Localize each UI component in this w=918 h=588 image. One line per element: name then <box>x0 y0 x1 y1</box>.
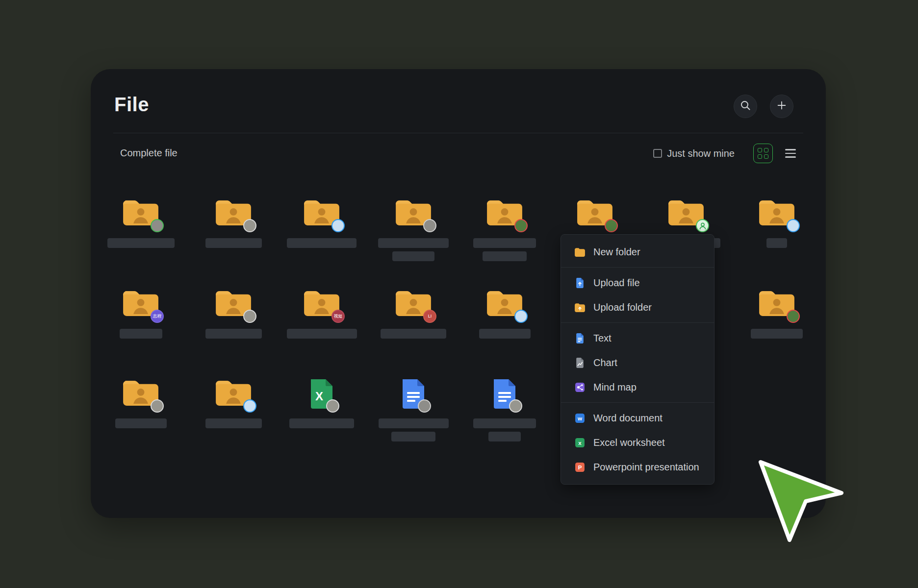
file-item-folder[interactable] <box>465 281 544 339</box>
collaborator-avatar <box>151 399 164 413</box>
folder-icon: 视短 <box>303 281 341 320</box>
file-name-placeholder <box>391 432 435 441</box>
menu-item-label: Chart <box>593 357 617 368</box>
upload-folder-icon <box>574 303 586 312</box>
menu-item-upload-folder[interactable]: Upload folder <box>561 295 714 319</box>
svg-text:P: P <box>578 465 582 470</box>
file-name-placeholder <box>381 329 446 339</box>
menu-item-chart[interactable]: Chart <box>561 350 714 375</box>
file-item-folder[interactable] <box>194 281 273 339</box>
doc-icon <box>491 370 518 410</box>
chart-icon <box>574 357 586 368</box>
word-icon: w <box>574 413 586 423</box>
text-icon <box>574 333 586 344</box>
menu-item-label: Upload folder <box>593 302 652 313</box>
folder-icon: 志程 <box>122 281 160 320</box>
upload-file-icon <box>574 277 586 289</box>
folder-icon: LI <box>394 281 433 320</box>
file-name-placeholder <box>473 418 536 428</box>
collaborator-avatar <box>514 310 528 323</box>
menu-item-powerpoint-presentation[interactable]: PPowerpoint presentation <box>561 455 714 479</box>
file-name-placeholder <box>392 251 434 261</box>
file-item-folder[interactable] <box>465 190 544 261</box>
file-name-placeholder <box>751 329 803 339</box>
file-name-placeholder <box>483 251 527 261</box>
menu-item-label: Powerpoint presentation <box>593 462 699 473</box>
context-menu: New folder Upload file Upload folder Tex… <box>561 234 714 485</box>
file-name-placeholder <box>115 418 167 428</box>
menu-item-upload-file[interactable]: Upload file <box>561 270 714 295</box>
menu-item-excel-worksheet[interactable]: xExcel worksheet <box>561 430 714 455</box>
collaborator-avatar <box>423 219 436 232</box>
collaborator-avatar <box>332 219 345 232</box>
menu-group: wWord document xExcel worksheet PPowerpo… <box>561 403 714 482</box>
file-item-folder[interactable] <box>102 190 180 248</box>
file-name-placeholder <box>205 238 262 248</box>
folder-icon <box>303 190 341 229</box>
file-name-placeholder <box>473 238 536 248</box>
collaborator-avatar <box>243 399 256 413</box>
file-item-folder[interactable] <box>282 190 361 248</box>
collaborator-avatar: 视短 <box>332 310 345 323</box>
folder-icon <box>394 190 433 229</box>
svg-text:X: X <box>315 390 323 403</box>
file-name-placeholder <box>289 418 354 428</box>
menu-group: Text Chart Mind map <box>561 323 714 402</box>
collaborator-avatar <box>787 310 800 323</box>
file-name-placeholder <box>120 329 162 339</box>
file-manager-window: File Complete file Just show mine <box>91 69 826 518</box>
menu-item-text[interactable]: Text <box>561 326 714 350</box>
file-item-folder[interactable]: 志程 <box>102 281 180 339</box>
file-name-placeholder <box>766 238 787 248</box>
folder-icon <box>758 281 796 320</box>
folder-icon <box>214 281 253 320</box>
file-item-folder[interactable]: 视短 <box>282 281 361 339</box>
menu-item-mind-map[interactable]: Mind map <box>561 375 714 399</box>
svg-text:x: x <box>578 440 582 446</box>
folder-icon <box>485 281 524 320</box>
file-grid: 志程 视短 LI <box>91 69 826 518</box>
menu-item-label: Excel worksheet <box>593 437 665 448</box>
doc-icon <box>400 370 427 410</box>
file-item-doc[interactable] <box>465 370 544 441</box>
menu-item-label: Word document <box>593 413 663 424</box>
excel-icon: X <box>308 370 335 410</box>
file-name-placeholder <box>287 238 357 248</box>
file-name-placeholder <box>107 238 175 248</box>
menu-item-word-document[interactable]: wWord document <box>561 406 714 430</box>
collaborator-avatar <box>326 399 339 413</box>
folder-icon <box>214 190 253 229</box>
file-name-placeholder <box>479 329 531 339</box>
file-name-placeholder <box>378 238 449 248</box>
collaborator-avatar <box>243 219 256 232</box>
menu-item-label: Mind map <box>593 382 637 393</box>
menu-item-label: Text <box>593 333 612 344</box>
menu-item-new-folder[interactable]: New folder <box>561 240 714 264</box>
folder-icon <box>485 190 524 229</box>
folder-icon <box>214 370 253 410</box>
file-item-folder[interactable] <box>194 370 273 428</box>
file-item-excel[interactable]: X <box>282 370 361 428</box>
collaborator-avatar: LI <box>423 310 436 323</box>
file-item-folder[interactable] <box>102 370 180 428</box>
file-item-folder[interactable] <box>738 190 816 248</box>
file-name-placeholder <box>205 418 262 428</box>
menu-item-label: New folder <box>593 246 640 258</box>
folder-icon <box>122 190 160 229</box>
file-item-folder[interactable] <box>194 190 273 248</box>
mind-map-icon <box>574 382 586 392</box>
file-item-folder[interactable]: LI <box>374 281 453 339</box>
powerpoint-icon: P <box>574 462 586 472</box>
folder-icon <box>667 190 705 229</box>
file-item-folder[interactable] <box>374 190 453 261</box>
excel-icon: x <box>574 438 586 448</box>
file-item-doc[interactable] <box>374 370 453 441</box>
file-name-placeholder <box>488 432 521 441</box>
collaborator-avatar <box>418 399 431 413</box>
collaborator-avatar <box>514 219 528 232</box>
menu-item-label: Upload file <box>593 277 640 289</box>
collaborator-avatar <box>151 219 164 232</box>
file-item-folder[interactable] <box>738 281 816 339</box>
collaborator-avatar <box>787 219 800 232</box>
file-name-placeholder <box>379 418 449 428</box>
